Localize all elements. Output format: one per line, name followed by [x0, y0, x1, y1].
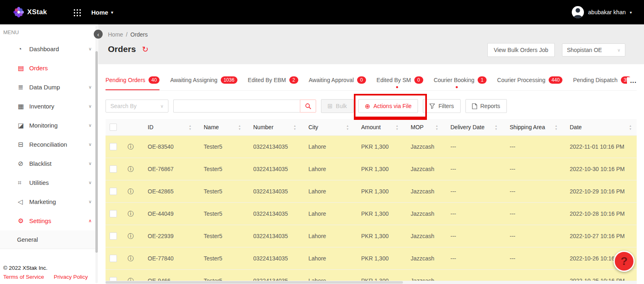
utilities-icon: ⌗ [18, 179, 29, 186]
horizontal-scrollbar[interactable] [106, 281, 403, 284]
chevron-down-icon: ∨ [88, 123, 92, 128]
marketing-icon: ◁ [18, 198, 29, 206]
row-checkbox[interactable] [110, 143, 117, 150]
terms-link[interactable]: Terms of Service [3, 274, 44, 280]
sort-icon[interactable]: ▲▼ [189, 124, 192, 130]
cell-name: Tester5 [196, 180, 246, 202]
column-header-shipping-area[interactable]: Shipping Area ▲▼ [502, 119, 562, 135]
cell-mop: Jazzcash [403, 225, 443, 247]
cell-amount: PKR 1,300 [354, 225, 403, 247]
column-header-mop[interactable]: MOP ▲▼ [403, 119, 443, 135]
column-header-number[interactable]: Number ▲▼ [246, 119, 301, 135]
sort-icon[interactable]: ▲▼ [293, 124, 296, 130]
row-checkbox[interactable] [110, 165, 117, 173]
caret-down-icon: ▾ [111, 10, 113, 15]
privacy-link[interactable]: Privacy Policy [54, 274, 88, 280]
tab-badge: 0 [414, 76, 423, 84]
cell-shipping-area: --- [502, 158, 562, 180]
help-button[interactable]: ? [614, 251, 635, 272]
apps-grid-icon[interactable] [73, 8, 81, 16]
bulk-icon: ⊞ [327, 102, 333, 110]
sidebar-item-monitoring[interactable]: ◪ Monitoring ∨ [0, 116, 98, 135]
tab-badge: 40 [149, 76, 159, 84]
tab-pending-dispatch[interactable]: Pending Dispatch 35 [573, 71, 632, 90]
row-checkbox[interactable] [110, 232, 117, 240]
sort-icon[interactable]: ▲▼ [555, 124, 558, 130]
tab-badge: 440 [549, 76, 562, 84]
table-row: ⓘ OE-44049 Tester5 03224134035 Lahore PK… [106, 203, 637, 225]
table-row: ⓘ OE-42865 Tester5 03224134035 Lahore PK… [106, 180, 637, 203]
info-icon[interactable]: ⓘ [128, 188, 134, 195]
tab-pending-orders[interactable]: Pending Orders 40 [106, 71, 159, 90]
column-header-city[interactable]: City ▲▼ [301, 119, 354, 135]
cell-mop: Jazzcash [403, 247, 443, 269]
search-by-select[interactable]: Search By ∨ [106, 100, 168, 113]
breadcrumb-home[interactable]: Home [108, 31, 123, 38]
brand[interactable]: XStak [13, 7, 70, 17]
info-icon[interactable]: ⓘ [128, 210, 134, 218]
info-icon[interactable]: ⓘ [128, 165, 134, 173]
tabs-more[interactable]: ... [627, 77, 637, 85]
bulk-button[interactable]: ⊞ Bulk [321, 99, 353, 113]
column-header-name[interactable]: Name ▲▼ [196, 119, 246, 135]
sidebar-subitem-general[interactable]: General [0, 230, 98, 249]
view-bulk-orders-job-button[interactable]: View Bulk Orders Job [487, 43, 555, 57]
cell-amount: PKR 1,300 [354, 247, 403, 269]
search-input[interactable] [173, 100, 300, 113]
cell-city: Lahore [301, 203, 354, 225]
collapse-sidebar-button[interactable]: ‹ [94, 30, 103, 39]
sidebar-item-marketing[interactable]: ◁ Marketing ∨ [0, 192, 98, 211]
sidebar-item-dashboard[interactable]: ◔ Dashboard ∨ [0, 39, 98, 59]
select-all-checkbox[interactable] [110, 124, 117, 131]
refresh-icon[interactable]: ↻ [142, 45, 149, 54]
row-checkbox[interactable] [110, 210, 117, 217]
sidebar-item-settings[interactable]: ⚙ Settings ∧ [0, 211, 98, 230]
sidebar-item-reconciliation[interactable]: ⊟ Reconciliation ∨ [0, 135, 98, 154]
column-header-amount[interactable]: Amount ▲▼ [354, 119, 403, 135]
sidebar-scrollbar-track [95, 25, 98, 283]
sidebar-item-orders[interactable]: ▤ Orders [0, 59, 98, 78]
column-header-id[interactable]: ID ▲▼ [140, 119, 196, 135]
info-icon[interactable]: ⓘ [128, 143, 134, 151]
sort-icon[interactable]: ▲▼ [346, 124, 349, 130]
user-menu[interactable]: abubakar khan ▾ [572, 6, 632, 18]
row-checkbox[interactable] [110, 188, 117, 195]
sort-icon[interactable]: ▲▼ [495, 124, 498, 130]
tab-awaiting-assigning[interactable]: Awaiting Assigning 1036 [170, 71, 237, 90]
sort-icon[interactable]: ▲▼ [629, 124, 632, 130]
cell-city: Lahore [301, 136, 354, 158]
cell-amount: PKR 1,300 [354, 203, 403, 225]
sort-icon[interactable]: ▲▼ [435, 124, 438, 130]
info-icon[interactable]: ⓘ [128, 232, 134, 240]
cell-mop: Jazzcash [403, 136, 443, 158]
chevron-up-icon: ∧ [88, 218, 92, 223]
nav-home-menu[interactable]: Home ▾ [91, 9, 113, 16]
sidebar-scrollbar[interactable] [95, 51, 98, 253]
info-icon[interactable]: ⓘ [128, 255, 134, 262]
sidebar-item-blacklist[interactable]: ⊘ Blacklist ∨ [0, 154, 98, 173]
tab-edited-by-ebm[interactable]: Edited By EBM 2 [248, 71, 298, 90]
column-header-delivery-date[interactable]: Delivery Date ▲▼ [443, 119, 502, 135]
tab-courier-booking[interactable]: Courier Booking 1 [434, 71, 487, 90]
cell-delivery-date: --- [443, 136, 502, 158]
row-checkbox[interactable] [110, 255, 117, 262]
actions-via-file-button[interactable]: ⊕ Actions via File [358, 99, 418, 113]
filters-button[interactable]: Filters [423, 99, 460, 113]
column-header-date[interactable]: Date ▲▼ [562, 119, 637, 135]
store-select[interactable]: Shopistan OE ∨ [562, 43, 625, 56]
search-button[interactable] [300, 100, 316, 113]
reports-button[interactable]: Reports [465, 99, 507, 113]
cell-delivery-date: --- [443, 180, 502, 202]
cell-city: Lahore [301, 158, 354, 180]
sidebar-item-data-dump[interactable]: ≣ Data Dump ∨ [0, 78, 98, 97]
sort-icon[interactable]: ▲▼ [396, 124, 398, 130]
sidebar-item-inventory[interactable]: ▦ Inventory ∨ [0, 97, 98, 116]
sort-icon[interactable]: ▲▼ [238, 124, 241, 130]
dashboard-icon: ◔ [18, 46, 29, 53]
tab-courier-processing[interactable]: Courier Processing 440 [497, 71, 562, 90]
sidebar-item-utilities[interactable]: ⌗ Utilities ∨ [0, 173, 98, 192]
tab-awaiting-approval[interactable]: Awaiting Approval 0 [309, 71, 366, 90]
chevron-down-icon: ∨ [88, 180, 92, 185]
tab-edited-by-sm[interactable]: Edited By SM 0 [377, 71, 423, 90]
cell-id: OE-83540 [140, 136, 196, 158]
